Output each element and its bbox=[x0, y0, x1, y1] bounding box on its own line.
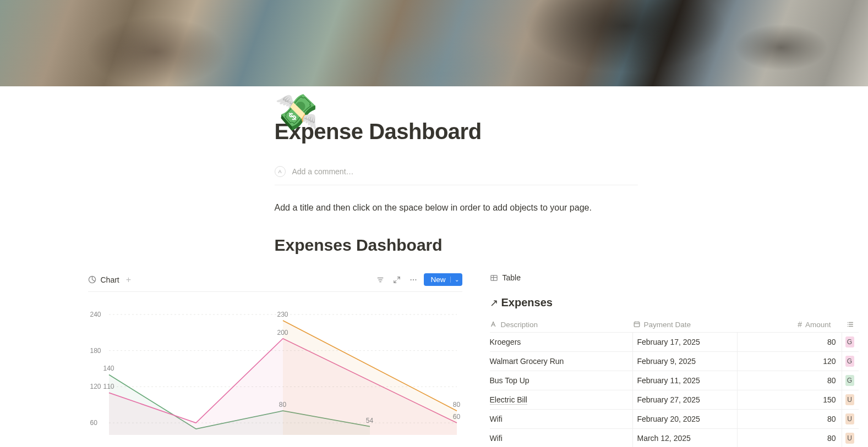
cell-tag[interactable]: U bbox=[842, 429, 859, 447]
col-description[interactable]: Description bbox=[490, 320, 633, 329]
comment-placeholder: Add a comment… bbox=[292, 167, 354, 176]
section-heading[interactable]: Expenses Dashboard bbox=[275, 236, 780, 255]
tag-chip: U bbox=[845, 394, 854, 405]
cell-amount[interactable]: 80 bbox=[738, 410, 842, 428]
open-link-icon: ↗ bbox=[490, 297, 498, 309]
cell-description[interactable]: Wifi bbox=[490, 410, 633, 428]
tag-chip: G bbox=[845, 375, 854, 386]
data-label: 110 bbox=[103, 383, 114, 390]
table-row[interactable]: WifiFebruary 20, 202580U bbox=[490, 409, 859, 428]
cover-image[interactable] bbox=[0, 0, 868, 86]
y-tick-label: 180 bbox=[90, 347, 101, 355]
tag-chip: U bbox=[845, 413, 854, 424]
cell-payment-date[interactable]: February 17, 2025 bbox=[633, 333, 738, 351]
chart-view-header: Chart + New ⌄ bbox=[88, 271, 462, 292]
cell-description[interactable]: Electric Bill bbox=[490, 390, 633, 409]
cell-payment-date[interactable]: March 12, 2025 bbox=[633, 429, 738, 447]
cell-amount[interactable]: 80 bbox=[738, 371, 842, 390]
data-label: 80 bbox=[279, 401, 286, 409]
table-header-row: Description Payment Date # Amount bbox=[490, 317, 859, 332]
table-row[interactable]: Walmart Grocery RunFebruary 9, 2025120G bbox=[490, 351, 859, 371]
expand-icon[interactable] bbox=[391, 274, 403, 286]
col-amount-label: Amount bbox=[805, 321, 831, 329]
list-icon bbox=[847, 321, 854, 328]
y-tick-label: 240 bbox=[90, 311, 101, 318]
cell-payment-date[interactable]: February 20, 2025 bbox=[633, 410, 738, 428]
chevron-down-icon: ⌄ bbox=[450, 277, 459, 283]
table-row[interactable]: Bus Top UpFebruary 11, 202580G bbox=[490, 371, 859, 390]
svg-point-1 bbox=[411, 279, 412, 280]
y-tick-label: 60 bbox=[90, 419, 97, 427]
col-description-label: Description bbox=[501, 321, 538, 329]
table-title-row[interactable]: ↗ Expenses bbox=[490, 296, 859, 309]
hash-icon: # bbox=[798, 320, 802, 329]
svg-rect-9 bbox=[634, 322, 640, 327]
cell-tag[interactable]: U bbox=[842, 410, 859, 428]
cell-description[interactable]: Kroegers bbox=[490, 333, 633, 351]
svg-rect-8 bbox=[490, 275, 496, 280]
data-label: 60 bbox=[453, 413, 460, 421]
svg-point-3 bbox=[416, 279, 417, 280]
chart-view-label[interactable]: Chart bbox=[101, 275, 119, 284]
page-title[interactable]: Expense Dashboard bbox=[275, 119, 780, 144]
data-label: 140 bbox=[103, 365, 114, 372]
table-panel: Table ↗ Expenses Description Payment Dat… bbox=[490, 271, 859, 447]
table-title: Expenses bbox=[501, 296, 553, 309]
cell-payment-date[interactable]: February 11, 2025 bbox=[633, 371, 738, 390]
cell-amount[interactable]: 120 bbox=[738, 352, 842, 371]
data-label: 54 bbox=[366, 417, 373, 424]
calendar-icon bbox=[633, 321, 641, 328]
cell-payment-date[interactable]: February 9, 2025 bbox=[633, 352, 738, 371]
tag-chip: G bbox=[845, 336, 854, 347]
cell-tag[interactable]: U bbox=[842, 390, 859, 409]
new-button-label: New bbox=[430, 275, 445, 284]
col-category[interactable] bbox=[842, 320, 859, 329]
cell-tag[interactable]: G bbox=[842, 371, 859, 390]
cell-tag[interactable]: G bbox=[842, 333, 859, 351]
table-row[interactable]: Electric BillFebruary 27, 2025150U bbox=[490, 390, 859, 409]
instruction-text[interactable]: Add a title and then click on the space … bbox=[275, 203, 780, 213]
tag-chip: U bbox=[845, 433, 854, 444]
table-row[interactable]: WifiMarch 12, 202580U bbox=[490, 428, 859, 447]
chart-area: 2401801206014080541102006023080 bbox=[88, 303, 462, 440]
cell-amount[interactable]: 150 bbox=[738, 390, 842, 409]
data-label: 200 bbox=[277, 329, 288, 336]
svg-point-2 bbox=[413, 279, 414, 280]
y-tick-label: 120 bbox=[90, 383, 101, 390]
add-view-button[interactable]: + bbox=[124, 275, 133, 285]
more-icon[interactable] bbox=[407, 274, 419, 286]
data-label: 80 bbox=[453, 401, 460, 409]
cell-description[interactable]: Walmart Grocery Run bbox=[490, 352, 633, 371]
filter-icon[interactable] bbox=[374, 274, 386, 286]
table-icon bbox=[490, 274, 498, 282]
cell-amount[interactable]: 80 bbox=[738, 429, 842, 447]
table-row[interactable]: KroegersFebruary 17, 202580G bbox=[490, 332, 859, 351]
cell-amount[interactable]: 80 bbox=[738, 333, 842, 351]
table-view-header: Table bbox=[490, 271, 859, 288]
new-button[interactable]: New ⌄ bbox=[424, 273, 462, 286]
avatar: A bbox=[275, 166, 286, 177]
tag-chip: G bbox=[845, 356, 854, 367]
chart-icon bbox=[88, 275, 96, 284]
col-amount[interactable]: # Amount bbox=[738, 320, 842, 329]
col-payment-date-label: Payment Date bbox=[644, 321, 691, 329]
cell-description[interactable]: Wifi bbox=[490, 429, 633, 447]
cell-payment-date[interactable]: February 27, 2025 bbox=[633, 390, 738, 409]
add-comment-row[interactable]: A Add a comment… bbox=[275, 166, 638, 185]
table-view-label[interactable]: Table bbox=[503, 273, 521, 282]
chart-panel: Chart + New ⌄ 24018012060140 bbox=[88, 271, 462, 440]
cell-description[interactable]: Bus Top Up bbox=[490, 371, 633, 390]
data-label: 230 bbox=[277, 311, 288, 318]
col-payment-date[interactable]: Payment Date bbox=[633, 320, 738, 329]
cell-tag[interactable]: G bbox=[842, 352, 859, 371]
text-icon bbox=[490, 321, 498, 328]
page-icon[interactable]: 💸 bbox=[275, 95, 319, 130]
